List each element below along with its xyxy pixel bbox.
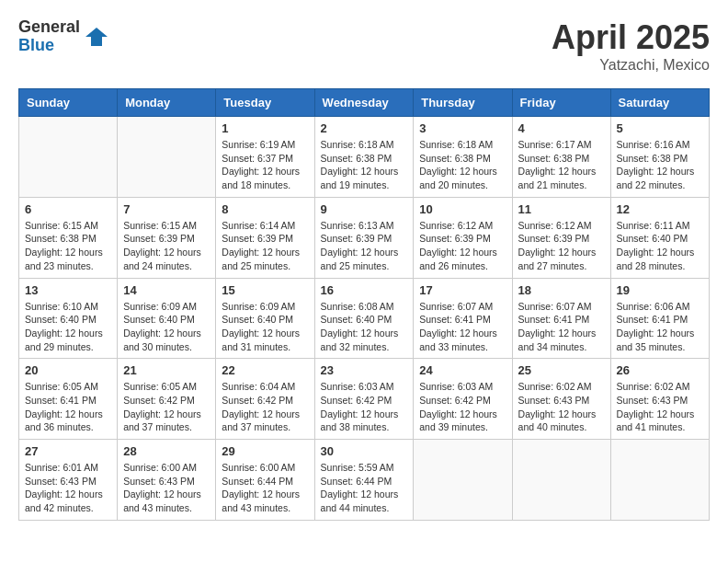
table-row: 24Sunrise: 6:03 AMSunset: 6:42 PMDayligh…: [414, 359, 512, 440]
table-row: 29Sunrise: 6:00 AMSunset: 6:44 PMDayligh…: [216, 440, 314, 521]
day-info: Sunrise: 6:18 AMSunset: 6:38 PMDaylight:…: [321, 138, 408, 192]
day-number: 29: [222, 444, 308, 458]
calendar-week-row: 27Sunrise: 6:01 AMSunset: 6:43 PMDayligh…: [19, 440, 710, 521]
table-row: 2Sunrise: 6:18 AMSunset: 6:38 PMDaylight…: [314, 117, 414, 198]
day-info: Sunrise: 6:12 AMSunset: 6:39 PMDaylight:…: [419, 219, 506, 273]
day-number: 17: [419, 283, 506, 297]
day-info: Sunrise: 6:05 AMSunset: 6:42 PMDaylight:…: [123, 380, 210, 434]
table-row: [118, 117, 216, 198]
table-row: 13Sunrise: 6:10 AMSunset: 6:40 PMDayligh…: [19, 278, 118, 359]
day-number: 12: [617, 202, 703, 216]
calendar-week-row: 20Sunrise: 6:05 AMSunset: 6:41 PMDayligh…: [19, 359, 710, 440]
header-tuesday: Tuesday: [216, 89, 314, 117]
table-row: 16Sunrise: 6:08 AMSunset: 6:40 PMDayligh…: [314, 278, 414, 359]
table-row: 28Sunrise: 6:00 AMSunset: 6:43 PMDayligh…: [118, 440, 216, 521]
table-row: 26Sunrise: 6:02 AMSunset: 6:43 PMDayligh…: [610, 359, 709, 440]
day-number: 21: [123, 363, 210, 377]
day-info: Sunrise: 6:14 AMSunset: 6:39 PMDaylight:…: [222, 219, 308, 273]
table-row: 5Sunrise: 6:16 AMSunset: 6:38 PMDaylight…: [610, 117, 709, 198]
table-row: 22Sunrise: 6:04 AMSunset: 6:42 PMDayligh…: [216, 359, 314, 440]
day-number: 24: [419, 363, 506, 377]
day-info: Sunrise: 6:12 AMSunset: 6:39 PMDaylight:…: [518, 219, 605, 273]
table-row: 25Sunrise: 6:02 AMSunset: 6:43 PMDayligh…: [512, 359, 610, 440]
day-info: Sunrise: 6:03 AMSunset: 6:42 PMDaylight:…: [419, 380, 506, 434]
table-row: 27Sunrise: 6:01 AMSunset: 6:43 PMDayligh…: [19, 440, 118, 521]
header-friday: Friday: [512, 89, 610, 117]
day-number: 1: [222, 121, 308, 135]
day-number: 26: [617, 363, 703, 377]
day-info: Sunrise: 6:09 AMSunset: 6:40 PMDaylight:…: [222, 300, 308, 354]
day-number: 20: [25, 363, 111, 377]
day-number: 28: [123, 444, 210, 458]
day-number: 11: [518, 202, 605, 216]
day-info: Sunrise: 6:05 AMSunset: 6:41 PMDaylight:…: [25, 380, 111, 434]
table-row: [19, 117, 118, 198]
table-row: 1Sunrise: 6:19 AMSunset: 6:37 PMDaylight…: [216, 117, 314, 198]
table-row: 10Sunrise: 6:12 AMSunset: 6:39 PMDayligh…: [414, 197, 512, 278]
svg-marker-0: [85, 28, 108, 46]
calendar-table: Sunday Monday Tuesday Wednesday Thursday…: [18, 88, 710, 521]
header-wednesday: Wednesday: [314, 89, 414, 117]
header-thursday: Thursday: [414, 89, 512, 117]
day-number: 9: [321, 202, 408, 216]
table-row: [414, 440, 512, 521]
table-row: 3Sunrise: 6:18 AMSunset: 6:38 PMDaylight…: [414, 117, 512, 198]
day-info: Sunrise: 6:03 AMSunset: 6:42 PMDaylight:…: [321, 380, 408, 434]
day-info: Sunrise: 6:04 AMSunset: 6:42 PMDaylight:…: [222, 380, 308, 434]
day-number: 14: [123, 283, 210, 297]
table-row: 23Sunrise: 6:03 AMSunset: 6:42 PMDayligh…: [314, 359, 414, 440]
day-number: 2: [321, 121, 408, 135]
day-info: Sunrise: 6:02 AMSunset: 6:43 PMDaylight:…: [518, 380, 605, 434]
day-info: Sunrise: 6:06 AMSunset: 6:41 PMDaylight:…: [617, 300, 703, 354]
logo-icon: [84, 24, 109, 50]
day-number: 23: [321, 363, 408, 377]
day-number: 16: [321, 283, 408, 297]
table-row: 17Sunrise: 6:07 AMSunset: 6:41 PMDayligh…: [414, 278, 512, 359]
header-monday: Monday: [118, 89, 216, 117]
day-info: Sunrise: 6:16 AMSunset: 6:38 PMDaylight:…: [617, 138, 703, 192]
day-info: Sunrise: 6:01 AMSunset: 6:43 PMDaylight:…: [25, 461, 111, 515]
calendar-location: Yatzachi, Mexico: [552, 57, 710, 74]
calendar-header-row: Sunday Monday Tuesday Wednesday Thursday…: [19, 89, 710, 117]
table-row: [512, 440, 610, 521]
day-info: Sunrise: 6:18 AMSunset: 6:38 PMDaylight:…: [419, 138, 506, 192]
table-row: [610, 440, 709, 521]
table-row: 21Sunrise: 6:05 AMSunset: 6:42 PMDayligh…: [118, 359, 216, 440]
day-number: 22: [222, 363, 308, 377]
table-row: 11Sunrise: 6:12 AMSunset: 6:39 PMDayligh…: [512, 197, 610, 278]
day-number: 5: [617, 121, 703, 135]
calendar-week-row: 6Sunrise: 6:15 AMSunset: 6:38 PMDaylight…: [19, 197, 710, 278]
table-row: 12Sunrise: 6:11 AMSunset: 6:40 PMDayligh…: [610, 197, 709, 278]
day-info: Sunrise: 6:00 AMSunset: 6:43 PMDaylight:…: [123, 461, 210, 515]
table-row: 14Sunrise: 6:09 AMSunset: 6:40 PMDayligh…: [118, 278, 216, 359]
day-info: Sunrise: 6:07 AMSunset: 6:41 PMDaylight:…: [419, 300, 506, 354]
day-number: 6: [25, 202, 111, 216]
day-info: Sunrise: 6:13 AMSunset: 6:39 PMDaylight:…: [321, 219, 408, 273]
table-row: 7Sunrise: 6:15 AMSunset: 6:39 PMDaylight…: [118, 197, 216, 278]
day-info: Sunrise: 6:10 AMSunset: 6:40 PMDaylight:…: [25, 300, 111, 354]
table-row: 4Sunrise: 6:17 AMSunset: 6:38 PMDaylight…: [512, 117, 610, 198]
calendar-week-row: 13Sunrise: 6:10 AMSunset: 6:40 PMDayligh…: [19, 278, 710, 359]
day-number: 25: [518, 363, 605, 377]
table-row: 19Sunrise: 6:06 AMSunset: 6:41 PMDayligh…: [610, 278, 709, 359]
header-sunday: Sunday: [19, 89, 118, 117]
title-block: April 2025 Yatzachi, Mexico: [552, 18, 710, 74]
day-info: Sunrise: 6:11 AMSunset: 6:40 PMDaylight:…: [617, 219, 703, 273]
day-info: Sunrise: 6:17 AMSunset: 6:38 PMDaylight:…: [518, 138, 605, 192]
table-row: 8Sunrise: 6:14 AMSunset: 6:39 PMDaylight…: [216, 197, 314, 278]
day-number: 4: [518, 121, 605, 135]
day-info: Sunrise: 6:15 AMSunset: 6:38 PMDaylight:…: [25, 219, 111, 273]
day-info: Sunrise: 6:00 AMSunset: 6:44 PMDaylight:…: [222, 461, 308, 515]
day-info: Sunrise: 6:07 AMSunset: 6:41 PMDaylight:…: [518, 300, 605, 354]
day-info: Sunrise: 5:59 AMSunset: 6:44 PMDaylight:…: [321, 461, 408, 515]
calendar-title: April 2025: [552, 18, 710, 57]
logo: General Blue: [18, 18, 109, 55]
header-saturday: Saturday: [610, 89, 709, 117]
table-row: 18Sunrise: 6:07 AMSunset: 6:41 PMDayligh…: [512, 278, 610, 359]
table-row: 6Sunrise: 6:15 AMSunset: 6:38 PMDaylight…: [19, 197, 118, 278]
day-number: 30: [321, 444, 408, 458]
day-number: 18: [518, 283, 605, 297]
day-info: Sunrise: 6:15 AMSunset: 6:39 PMDaylight:…: [123, 219, 210, 273]
day-number: 19: [617, 283, 703, 297]
page-header: General Blue April 2025 Yatzachi, Mexico: [18, 18, 710, 74]
